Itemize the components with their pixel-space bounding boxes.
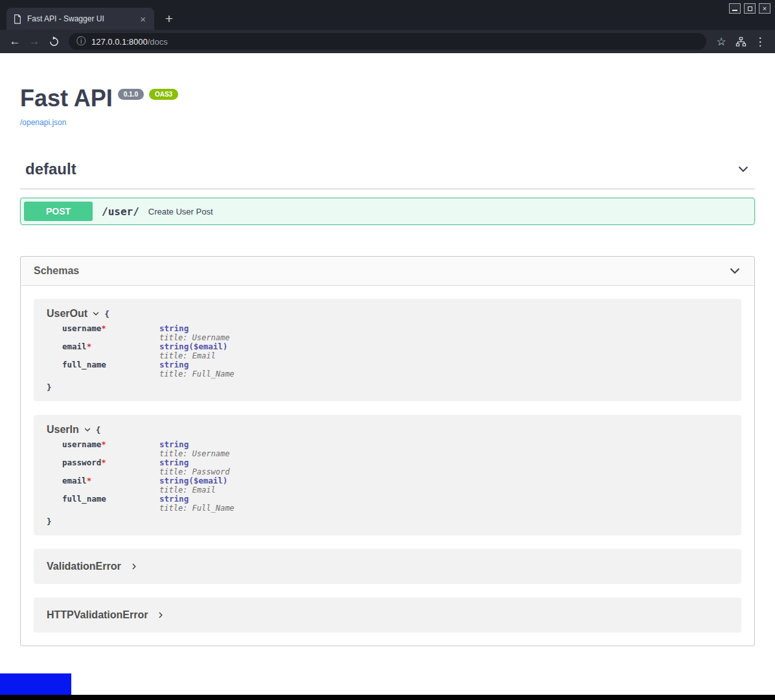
- chevron-right-icon: [157, 611, 165, 619]
- page-favicon-icon: [13, 14, 22, 24]
- model-userout: UserOut { username* string ti: [34, 299, 741, 401]
- swagger-page: Fast API0.1.0OAS3 /openapi.json default …: [0, 53, 775, 695]
- schema-property-row: password* string title: Password: [62, 458, 728, 476]
- model-name: UserOut: [47, 308, 87, 320]
- property-detail: string($email) title: Email: [159, 476, 227, 495]
- model-httpvalidationerror[interactable]: HTTPValidationError: [34, 598, 741, 633]
- schemas-body: UserOut { username* string ti: [21, 286, 754, 646]
- schema-property-row: full_name string title: Full_Name: [62, 495, 728, 513]
- default-tag-section[interactable]: default: [20, 155, 755, 189]
- api-title: Fast API0.1.0OAS3: [20, 85, 755, 112]
- property-type: string($email): [159, 342, 227, 351]
- property-title-meta: title: Email: [159, 351, 227, 360]
- property-name: email*: [62, 342, 159, 360]
- tab-close-icon[interactable]: ×: [138, 14, 148, 25]
- tab-strip: Fast API - Swagger UI × + ×: [0, 0, 775, 30]
- operation-summary: Create User Post: [148, 207, 213, 216]
- model-name: ValidationError: [47, 561, 121, 572]
- forward-button[interactable]: →: [25, 32, 44, 51]
- browser-window: Fast API - Swagger UI × + × ← → ⓘ 127.0.…: [0, 0, 775, 700]
- bookmark-star-icon[interactable]: ☆: [711, 32, 731, 51]
- window-maximize-button[interactable]: [744, 3, 756, 14]
- close-brace: }: [47, 517, 728, 526]
- schema-property-row: username* string title: Username: [62, 324, 728, 342]
- property-detail: string title: Password: [159, 458, 229, 476]
- open-brace: {: [96, 425, 101, 435]
- schema-property-row: email* string($email) title: Email: [62, 476, 728, 495]
- model-userin: UserIn { username* string tit: [34, 415, 741, 535]
- sitemap-icon[interactable]: [731, 32, 750, 51]
- property-detail: string title: Full_Name: [159, 495, 235, 513]
- schemas-section: Schemas UserOut {: [20, 256, 755, 646]
- url-host: 127.0.0.1:8000: [91, 37, 148, 47]
- schema-property-row: email* string($email) title: Email: [62, 342, 728, 360]
- required-star: *: [101, 323, 106, 333]
- model-name: HTTPValidationError: [47, 609, 148, 621]
- reload-icon: [49, 36, 60, 47]
- property-title-meta: title: Username: [159, 449, 229, 458]
- model-name: UserIn: [47, 424, 79, 436]
- chevron-down-icon: [92, 310, 100, 318]
- browser-menu-button[interactable]: ⋮: [750, 32, 770, 51]
- property-detail: string title: Username: [159, 324, 229, 342]
- openapi-json-link[interactable]: /openapi.json: [20, 118, 66, 127]
- property-title-meta: title: Email: [159, 485, 227, 495]
- property-name: password*: [62, 458, 159, 476]
- close-brace: }: [47, 382, 728, 392]
- url-path: /docs: [148, 37, 168, 47]
- back-button[interactable]: ←: [5, 32, 25, 51]
- oas3-badge: OAS3: [149, 89, 178, 100]
- background-blue-fragment: [0, 673, 71, 695]
- model-userin-toggle[interactable]: UserIn {: [47, 424, 728, 436]
- window-close-button[interactable]: ×: [759, 3, 770, 14]
- property-detail: string($email) title: Email: [159, 342, 227, 360]
- required-star: *: [101, 458, 106, 467]
- api-info-block: Fast API0.1.0OAS3 /openapi.json: [20, 53, 755, 128]
- property-title-meta: title: Password: [159, 467, 229, 476]
- swagger-content: Fast API0.1.0OAS3 /openapi.json default …: [0, 53, 775, 646]
- schema-property-row: username* string title: Username: [62, 440, 728, 458]
- property-type: string: [159, 360, 235, 369]
- browser-toolbar: ← → ⓘ 127.0.0.1:8000/docs ☆ ⋮: [0, 30, 775, 53]
- property-name: full_name: [62, 495, 159, 513]
- site-info-icon[interactable]: ⓘ: [76, 36, 86, 47]
- chevron-down-icon[interactable]: [737, 163, 750, 176]
- chevron-down-icon[interactable]: [728, 264, 741, 277]
- property-type: string: [159, 324, 229, 333]
- window-minimize-button[interactable]: [729, 3, 741, 14]
- schema-property-row: full_name string title: Full_Name: [62, 360, 728, 379]
- post-user-operation[interactable]: POST /user/ Create User Post: [20, 198, 755, 225]
- property-name: full_name: [62, 360, 159, 379]
- property-type: string: [159, 458, 229, 467]
- required-star: *: [87, 342, 92, 351]
- model-validationerror[interactable]: ValidationError: [34, 549, 741, 584]
- model-userout-toggle[interactable]: UserOut {: [47, 308, 728, 320]
- property-type: string: [159, 440, 229, 449]
- model-properties: username* string title: Username email* …: [62, 324, 728, 379]
- new-tab-button[interactable]: +: [161, 11, 178, 27]
- address-bar[interactable]: ⓘ 127.0.0.1:8000/docs: [69, 33, 706, 50]
- required-star: *: [87, 476, 92, 485]
- property-title-meta: title: Username: [159, 333, 229, 342]
- schemas-header[interactable]: Schemas: [21, 257, 754, 286]
- post-method-badge: POST: [24, 202, 93, 221]
- tab-title: Fast API - Swagger UI: [27, 14, 133, 23]
- property-title-meta: title: Full_Name: [159, 504, 235, 513]
- window-controls: ×: [729, 3, 770, 14]
- tag-title: default: [25, 160, 76, 178]
- property-type: string: [159, 495, 235, 504]
- property-type: string($email): [159, 476, 227, 485]
- version-badge: 0.1.0: [118, 89, 144, 100]
- property-name: username*: [62, 324, 159, 342]
- browser-tab[interactable]: Fast API - Swagger UI ×: [6, 8, 154, 30]
- minimize-icon: [732, 6, 737, 11]
- chevron-right-icon: [130, 563, 138, 570]
- property-name: username*: [62, 440, 159, 458]
- model-properties: username* string title: Username passwor…: [62, 440, 728, 513]
- property-title-meta: title: Full_Name: [159, 369, 235, 379]
- reload-button[interactable]: [44, 32, 64, 51]
- required-star: *: [101, 439, 106, 449]
- maximize-icon: [748, 6, 752, 11]
- close-icon: ×: [763, 5, 767, 12]
- api-title-text: Fast API: [20, 85, 113, 111]
